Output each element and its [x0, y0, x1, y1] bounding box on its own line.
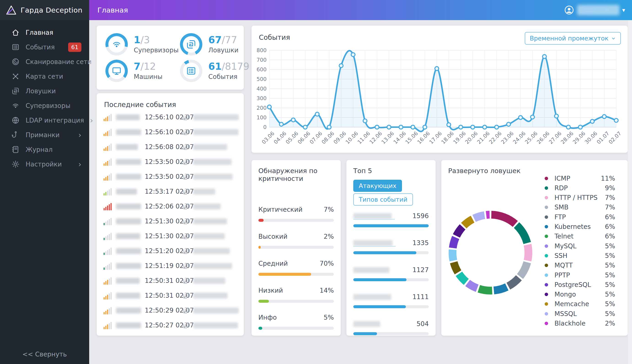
event-row[interactable]: 12:53:50 02.07 [104, 169, 239, 184]
event-row[interactable]: 12:56:10 02.07 [104, 124, 239, 140]
legend-item-mongo[interactable]: Mongo5% [545, 290, 615, 299]
severity-signal-icon [104, 114, 112, 121]
svg-text:03.06: 03.06 [261, 130, 276, 145]
trap-icon [182, 322, 190, 329]
page-scrollbar[interactable] [628, 20, 632, 364]
legend-item-icmp[interactable]: ICMP11% [545, 174, 615, 183]
top5-label-underline [353, 219, 395, 220]
collapse-sidebar-button[interactable]: << Свернуть [0, 350, 89, 358]
sidebar-item-ldap-integration[interactable]: LDAP интеграция› [0, 113, 89, 128]
event-row[interactable]: 12:50:31 02.07 [104, 273, 239, 288]
trap-icon [182, 232, 190, 240]
events-line-chart: 010020030040050060070080003.0604.0605.06… [256, 47, 623, 148]
sidebar-item-network-scan[interactable]: Сканирование сети [0, 54, 89, 69]
severity-bar-track [258, 300, 334, 303]
top5-item-2[interactable]: 1127 [353, 266, 429, 281]
sidebar-item-network-map[interactable]: Карта сети [0, 69, 89, 84]
legend-value: 5% [605, 290, 615, 298]
severity-label: Критический [258, 206, 302, 213]
trap-icon [182, 158, 190, 166]
event-name-redacted [116, 174, 141, 180]
legend-item-telnet[interactable]: Telnet6% [545, 232, 615, 241]
events-chart-card: События Временной промежуток 01002003004… [252, 26, 628, 153]
trap-icon [182, 277, 190, 284]
severity-signal-icon [104, 202, 112, 210]
legend-value: 5% [605, 252, 615, 260]
sidebar-item-home[interactable]: Главная [0, 25, 89, 40]
sidebar-item-label: Сканирование сети [26, 58, 92, 66]
legend-item-mssql[interactable]: MSSQL5% [545, 309, 615, 318]
legend-value: 11% [601, 175, 615, 182]
sidebar-item-label: Ловушки [26, 87, 82, 95]
event-row[interactable]: 12:50:27 02.07 [104, 318, 239, 333]
top5-item-1[interactable]: 1335 [353, 239, 429, 254]
svg-text:19.06: 19.06 [452, 130, 467, 145]
event-row[interactable]: 12:51:30 02.07 [104, 229, 239, 244]
top5-tab-attackers[interactable]: Атакующих [353, 180, 402, 192]
top5-item-0[interactable]: 1596 [353, 212, 429, 227]
svg-text:24.06: 24.06 [512, 130, 526, 145]
legend-item-memcache[interactable]: Memcache5% [545, 299, 615, 309]
sidebar-item-journal[interactable]: Журнал [0, 142, 89, 157]
top5-label-underline [353, 246, 396, 246]
severity-signal-icon [104, 306, 112, 314]
event-row[interactable]: 12:56:10 02.07 [104, 110, 239, 124]
top5-value: 504 [416, 320, 429, 328]
event-time: 12:56:10 02.07 [145, 114, 178, 121]
sidebar-item-events[interactable]: События61 [0, 40, 89, 54]
event-name-redacted [116, 263, 141, 269]
event-row[interactable]: 12:53:17 02.07 [104, 184, 239, 199]
event-target-redacted [193, 144, 227, 150]
svg-text:21.06: 21.06 [476, 130, 491, 145]
legend-label: MySQL [554, 242, 605, 250]
event-row[interactable]: 12:53:50 02.07 [104, 154, 239, 169]
time-range-button[interactable]: Временной промежуток [525, 32, 621, 44]
stat-total: /12 [140, 61, 156, 72]
event-name-redacted [116, 248, 141, 254]
event-row[interactable]: 12:51:19 02.07 [104, 258, 239, 273]
recent-events-title: Последние события [104, 100, 176, 108]
legend-item-rdp[interactable]: RDP9% [545, 183, 615, 193]
chevron-right-icon: › [78, 131, 82, 139]
trap-icon [182, 322, 190, 329]
top5-item-3[interactable]: 1111 [353, 293, 429, 308]
event-time: 12:51:19 02.07 [145, 262, 178, 270]
svg-text:20.06: 20.06 [464, 130, 479, 145]
event-row[interactable]: 12:50:29 02.07 [104, 303, 239, 318]
stat-total: /8179 [222, 61, 249, 72]
legend-item-mysql[interactable]: MySQL5% [545, 241, 615, 251]
trap-icon [182, 292, 190, 299]
top5-tab-event-types[interactable]: Типов событий [353, 194, 413, 206]
event-row[interactable]: 12:51:30 02.07 [104, 214, 239, 229]
event-row[interactable]: 12:50:31 02.07 [104, 288, 239, 303]
legend-item-blackhole[interactable]: Blackhole2% [545, 319, 615, 328]
sidebar-item-supervisors[interactable]: Супервизоры [0, 98, 89, 113]
legend-item-kubernetes[interactable]: Kubernetes6% [545, 222, 615, 232]
legend-item-ssh[interactable]: SSH5% [545, 251, 615, 260]
event-time: 12:51:30 02.07 [145, 232, 178, 240]
event-row[interactable]: 12:51:20 02.07 [104, 244, 239, 258]
sidebar-item-label: События [26, 44, 62, 51]
legend-item-pptp[interactable]: PPTP5% [545, 270, 615, 280]
top5-item-4[interactable]: 504 [353, 320, 429, 335]
event-row[interactable]: 12:56:08 02.07 [104, 140, 239, 154]
severity-row-1: Высокий2% [258, 233, 334, 249]
legend-item-smb[interactable]: SMB7% [545, 202, 615, 212]
event-row[interactable]: 12:52:06 02.07 [104, 199, 239, 214]
svg-text:09.06: 09.06 [332, 130, 347, 145]
sidebar-item-traps[interactable]: Ловушки [0, 84, 89, 98]
sidebar-item-decoys[interactable]: Приманки› [0, 128, 89, 142]
legend-value: 6% [605, 223, 615, 230]
svg-text:28.06: 28.06 [560, 130, 574, 145]
legend-item-http-https[interactable]: HTTP / HTTPS7% [545, 193, 615, 202]
user-menu[interactable]: ▾ [564, 5, 625, 15]
sidebar-item-settings[interactable]: Настройки› [0, 157, 89, 172]
legend-item-postgresql[interactable]: PostgreSQL5% [545, 280, 615, 290]
top5-label-redacted [353, 294, 391, 300]
legend-value: 5% [605, 300, 615, 308]
severity-bar-fill [258, 300, 269, 303]
legend-label: Telnet [554, 232, 605, 240]
legend-item-mqtt[interactable]: MQTT5% [545, 261, 615, 270]
events-icon [12, 43, 20, 51]
legend-item-ftp[interactable]: FTP6% [545, 212, 615, 222]
